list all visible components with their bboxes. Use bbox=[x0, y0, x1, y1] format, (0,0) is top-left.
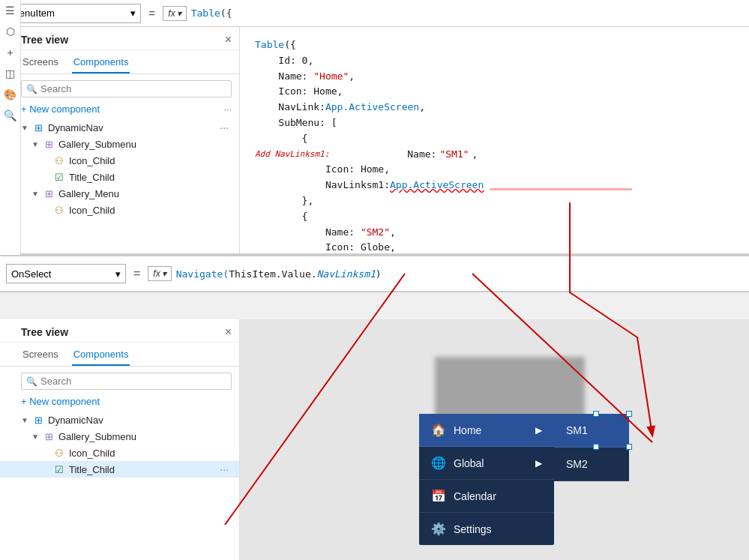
fx-badge-top[interactable]: fx ▾ bbox=[163, 6, 186, 21]
formula-bar-middle: OnSelect ▾ = fx ▾ Navigate(ThisItem.Valu… bbox=[0, 255, 749, 292]
formula-content-top[interactable]: Table({ bbox=[191, 7, 743, 19]
tree-item-gallery-submenu-top[interactable]: ▼ ⊞ Gallery_Submenu bbox=[0, 136, 239, 152]
new-component-dots-top[interactable]: ··· bbox=[223, 103, 232, 115]
property-dropdown-bottom[interactable]: OnSelect ▾ bbox=[6, 264, 126, 283]
dots-dynamicnav-top[interactable]: ··· bbox=[217, 121, 232, 133]
tree-item-gallery-menu-top[interactable]: ▼ ⊞ Gallery_Menu bbox=[0, 185, 239, 202]
close-btn-bottom[interactable]: × bbox=[225, 325, 232, 339]
new-component-bottom[interactable]: + New component bbox=[0, 393, 239, 410]
sidebar-icon-paint-top[interactable]: 🎨 bbox=[3, 87, 18, 102]
new-component-top[interactable]: + New component ··· bbox=[0, 100, 239, 118]
bottom-panel: ☰ ⬡ + ◫ ✎ 🔍 Tree view × Screens Componen… bbox=[0, 292, 749, 560]
nav-label-calendar: Calendar bbox=[454, 490, 496, 502]
sidebar-icon-menu-top[interactable]: ☰ bbox=[3, 3, 18, 18]
tab-screens-bottom[interactable]: Screens bbox=[21, 346, 60, 366]
code-line-7: { bbox=[255, 131, 734, 147]
tab-components-top[interactable]: Components bbox=[72, 53, 130, 73]
tree-items-top: ▼ ⊞ DynamicNav ··· ▼ ⊞ Gallery_Submenu ⚇… bbox=[0, 118, 239, 220]
icon-gallery-menu-top: ⊞ bbox=[42, 187, 55, 199]
close-btn-top[interactable]: × bbox=[225, 33, 232, 46]
formula-table-kw: Table bbox=[191, 7, 220, 19]
formula-thisitem: ThisItem.Value. bbox=[229, 268, 316, 280]
dots-title-child-bottom[interactable]: ··· bbox=[217, 463, 232, 475]
tree-panel-top: Tree view × Screens Components 🔍 + New c… bbox=[0, 27, 240, 253]
tree-item-icon-child2-top[interactable]: ⚇ Icon_Child bbox=[0, 202, 239, 218]
search-input-bottom[interactable] bbox=[40, 376, 226, 387]
icon-title-child-bottom: ☑ bbox=[52, 463, 66, 475]
icon-icon-child2-top: ⚇ bbox=[52, 204, 66, 216]
search-box-top[interactable]: 🔍 bbox=[21, 80, 232, 97]
label-dynamicnav-bottom: DynamicNav bbox=[48, 415, 232, 426]
label-title-child-top: Title_Child bbox=[69, 172, 232, 183]
fx-chevron-top: ▾ bbox=[177, 8, 181, 19]
code-panel-top: Table({ Id: 0, Name: "Home", Icon: Home,… bbox=[240, 27, 749, 253]
error-label-1: Add NavLinksm1: bbox=[255, 148, 329, 161]
code-line-13: Icon: Globe, bbox=[255, 240, 734, 253]
fx-label-bottom: fx bbox=[153, 268, 160, 279]
search-input-top[interactable] bbox=[40, 83, 226, 94]
formula-brace2: { bbox=[226, 7, 232, 19]
svg-rect-0 bbox=[490, 188, 632, 190]
tree-item-icon-child-bottom[interactable]: ⚇ Icon_Child bbox=[0, 445, 239, 461]
dropdown-chevron-top: ▾ bbox=[130, 7, 136, 19]
submenu-item-sm2[interactable]: SM2 bbox=[554, 448, 629, 481]
icon-icon-child-bottom: ⚇ bbox=[52, 447, 66, 459]
code-line-3: Name: "Home", bbox=[255, 69, 734, 85]
tree-items-bottom: ▼ ⊞ DynamicNav ▼ ⊞ Gallery_Submenu ⚇ Ico… bbox=[0, 410, 239, 479]
tree-header-bottom: Tree view × bbox=[0, 319, 239, 343]
code-line-4: Icon: Home, bbox=[255, 84, 734, 100]
property-dropdown-top[interactable]: MenuItem ▾ bbox=[6, 4, 141, 23]
icon-icon-child-top: ⚇ bbox=[52, 154, 66, 166]
handle-tl bbox=[593, 411, 599, 417]
code-line-8: Add NavLinksm1: Name: "SM1", bbox=[255, 147, 734, 163]
handle-tr bbox=[626, 411, 632, 417]
nav-item-settings[interactable]: ⚙️ Settings bbox=[419, 513, 554, 545]
tab-screens-top[interactable]: Screens bbox=[21, 53, 60, 73]
tab-components-bottom[interactable]: Components bbox=[72, 346, 130, 366]
nav-label-settings: Settings bbox=[454, 523, 492, 535]
submenu: SM1 SM2 bbox=[554, 414, 629, 481]
formula-bar-top: MenuItem ▾ = fx ▾ Table({ bbox=[0, 0, 749, 27]
nav-item-home[interactable]: 🏠 Home ▶ SM1 SM2 bbox=[419, 414, 554, 447]
tree-panel-bottom: Tree view × Screens Components 🔍 + New c… bbox=[0, 319, 240, 560]
nav-item-calendar[interactable]: 📅 Calendar bbox=[419, 480, 554, 513]
label-title-child-bottom: Title_Child bbox=[69, 464, 217, 475]
tree-item-icon-child-top[interactable]: ⚇ Icon_Child bbox=[0, 152, 239, 169]
nav-arrow-home: ▶ bbox=[535, 425, 542, 436]
formula-close-paren: ) bbox=[376, 268, 382, 280]
handle-br bbox=[626, 444, 632, 450]
icon-dynamicnav-bottom: ⊞ bbox=[31, 414, 45, 426]
nav-icon-calendar: 📅 bbox=[431, 489, 446, 503]
fx-chevron-bottom: ▾ bbox=[162, 268, 166, 279]
fx-badge-bottom[interactable]: fx ▾ bbox=[148, 266, 171, 281]
tree-item-title-child-top[interactable]: ☑ Title_Child bbox=[0, 169, 239, 185]
code-line-10: }, bbox=[255, 193, 734, 209]
search-box-bottom[interactable]: 🔍 bbox=[21, 373, 232, 390]
label-gallery-menu-top: Gallery_Menu bbox=[58, 188, 232, 199]
sidebar-icon-shapes-top[interactable]: ⬡ bbox=[3, 24, 18, 39]
search-icon-top: 🔍 bbox=[26, 84, 37, 94]
tree-title-top: Tree view bbox=[21, 34, 68, 46]
tree-item-dynamicnav-bottom[interactable]: ▼ ⊞ DynamicNav bbox=[0, 412, 239, 428]
submenu-label-sm1: SM1 bbox=[566, 424, 588, 436]
formula-content-bottom[interactable]: Navigate(ThisItem.Value.NavLinksm1) bbox=[176, 268, 743, 280]
tree-item-title-child-bottom[interactable]: ☑ Title_Child ··· bbox=[0, 461, 239, 478]
nav-item-global[interactable]: 🌐 Global ▶ bbox=[419, 447, 554, 480]
sidebar-icon-search-top[interactable]: 🔍 bbox=[3, 108, 18, 123]
formula-navigate: Navigate( bbox=[176, 268, 229, 280]
icon-gallery-submenu-top: ⊞ bbox=[42, 138, 55, 150]
code-line-11: { bbox=[255, 209, 734, 225]
nav-label-global: Global bbox=[454, 457, 484, 469]
sidebar-icon-add-top[interactable]: + bbox=[3, 45, 18, 60]
nav-icon-home: 🏠 bbox=[431, 423, 446, 437]
sidebar-icon-screens-top[interactable]: ◫ bbox=[3, 66, 18, 81]
tree-item-gallery-submenu-bottom[interactable]: ▼ ⊞ Gallery_Submenu bbox=[0, 428, 239, 445]
property-name-bottom: OnSelect bbox=[11, 268, 51, 280]
icon-title-child-top: ☑ bbox=[52, 171, 66, 183]
tree-tabs-bottom: Screens Components bbox=[0, 343, 239, 367]
code-line-12: Name: "SM2", bbox=[255, 225, 734, 241]
tree-header-top: Tree view × bbox=[0, 27, 239, 50]
tree-item-dynamicnav-top[interactable]: ▼ ⊞ DynamicNav ··· bbox=[0, 119, 239, 136]
submenu-item-sm1[interactable]: SM1 bbox=[554, 414, 629, 448]
top-panel: MenuItem ▾ = fx ▾ Table({ ☰ ⬡ + ◫ 🎨 🔍 Tr… bbox=[0, 0, 749, 255]
